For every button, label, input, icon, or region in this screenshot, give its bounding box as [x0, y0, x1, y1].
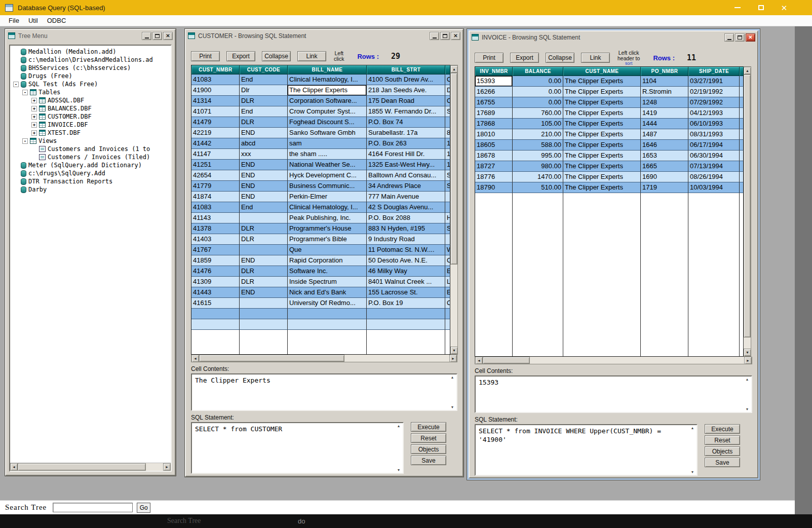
- grid-cell[interactable]: 18010: [475, 129, 513, 140]
- grid-cell[interactable]: Programmer's Bible: [288, 234, 367, 245]
- maximize-button[interactable]: [440, 32, 450, 40]
- grid-cell[interactable]: 1248: [641, 97, 688, 108]
- tree-item[interactable]: +CUSTOMER.DBF: [11, 112, 171, 121]
- grid-cell[interactable]: DLR: [240, 234, 288, 245]
- invoice-window-titlebar[interactable]: INVOICE - Browsing SQL Statement ✕: [470, 31, 757, 43]
- grid-cell[interactable]: [240, 245, 288, 255]
- grid-cell[interactable]: [445, 192, 450, 202]
- tree-item[interactable]: -Views: [11, 137, 171, 145]
- grid-cell[interactable]: C: [445, 298, 450, 309]
- close-button[interactable]: ✕: [451, 32, 460, 40]
- grid-cell[interactable]: [740, 87, 744, 97]
- grid-cell[interactable]: 41615: [191, 298, 240, 309]
- maximize-button[interactable]: [735, 33, 745, 42]
- grid-cell[interactable]: H: [445, 213, 450, 223]
- scroll-thumb[interactable]: [199, 355, 344, 362]
- grid-cell[interactable]: xxx: [240, 149, 288, 160]
- tree-item[interactable]: c:\drugs\SqlQuery.Add: [11, 169, 171, 177]
- grid-cell[interactable]: 0.00: [513, 76, 563, 87]
- grid-cell[interactable]: 41083: [191, 202, 240, 213]
- grid-cell[interactable]: 980.00: [513, 161, 563, 172]
- grid-cell[interactable]: 41767: [191, 245, 240, 255]
- tree-item[interactable]: Medallion (Medalion.add): [11, 48, 171, 56]
- grid-cell[interactable]: Business Communic...: [288, 181, 367, 192]
- grid-cell[interactable]: END: [240, 192, 288, 202]
- grid-cell[interactable]: The Clipper Experts: [563, 140, 641, 150]
- scroll-right-button[interactable]: ►: [744, 357, 752, 364]
- grid-cell[interactable]: The Clipper Experts: [563, 119, 641, 129]
- scroll-up-button[interactable]: ▲: [450, 65, 458, 73]
- tree-item[interactable]: +ADSSQL.DBF: [11, 96, 171, 104]
- column-header[interactable]: [445, 65, 450, 74]
- tree-item[interactable]: Meter (SqlQuery.add Dictionary): [11, 161, 171, 169]
- objects-button[interactable]: Objects: [411, 444, 446, 454]
- sql-statement-box[interactable]: SELECT * from INVOICE WHERE Upper(CUST_N…: [475, 424, 698, 476]
- grid-cell[interactable]: 41083: [191, 74, 240, 85]
- grid-cell[interactable]: 210.00: [513, 129, 563, 140]
- grid-cell[interactable]: DLR: [240, 223, 288, 234]
- scrollbar-track[interactable]: [199, 355, 449, 362]
- link-button[interactable]: Link: [297, 51, 326, 61]
- collapse-toggle-icon[interactable]: -: [22, 90, 28, 95]
- grid-cell[interactable]: END: [240, 160, 288, 170]
- execute-button[interactable]: Execute: [705, 424, 740, 434]
- grid-cell[interactable]: 07/29/1992: [688, 97, 740, 108]
- grid-cell[interactable]: W: [445, 245, 450, 255]
- grid-cell[interactable]: 02/19/1992: [688, 87, 740, 97]
- grid-cell[interactable]: 03/27/1991: [688, 76, 740, 87]
- grid-cell[interactable]: Hyck Development C...: [288, 170, 367, 181]
- grid-cell[interactable]: D: [445, 85, 450, 96]
- grid-cell[interactable]: Software Inc.: [288, 266, 367, 277]
- sql-statement-box[interactable]: SELECT * from CUSTOMER ▲▼: [191, 422, 404, 474]
- grid-cell[interactable]: 41251: [191, 160, 240, 170]
- grid-cell[interactable]: the sham .....: [288, 149, 367, 160]
- scroll-up-button[interactable]: ▲: [451, 375, 454, 379]
- grid-cell[interactable]: C: [445, 255, 450, 266]
- grid-cell[interactable]: 10/03/1994: [688, 182, 740, 193]
- grid-cell[interactable]: 1653: [641, 150, 688, 161]
- grid-cell[interactable]: 1104: [641, 76, 688, 87]
- menu-item-util[interactable]: Util: [24, 15, 43, 26]
- collapse-button[interactable]: Collapse: [262, 51, 291, 61]
- maximize-button[interactable]: [152, 32, 162, 40]
- grid-cell[interactable]: 08/31/1993: [688, 129, 740, 140]
- cell-contents-box[interactable]: 15393 ▲▼: [475, 375, 752, 413]
- grid-cell[interactable]: Surabellastr. 17a: [367, 128, 445, 138]
- scroll-down-button[interactable]: ▼: [691, 470, 694, 474]
- grid-cell[interactable]: sam: [288, 138, 367, 149]
- scroll-thumb[interactable]: [450, 73, 457, 265]
- scroll-down-button[interactable]: ▼: [746, 407, 749, 411]
- tree-item[interactable]: +INVOICE.DBF: [11, 121, 171, 129]
- column-header[interactable]: BALANCE: [513, 67, 563, 76]
- grid-cell[interactable]: 41403: [191, 234, 240, 245]
- grid-cell[interactable]: DLR: [240, 117, 288, 128]
- grid-cell[interactable]: 8: [445, 128, 450, 138]
- app-minimize-button[interactable]: [730, 2, 745, 13]
- scroll-up-button[interactable]: ▲: [397, 424, 401, 428]
- grid-cell[interactable]: [740, 140, 744, 150]
- scroll-down-button[interactable]: ▼: [397, 468, 401, 472]
- grid-cell[interactable]: The Clipper Experts: [563, 97, 641, 108]
- grid-cell[interactable]: National Weather Se...: [288, 160, 367, 170]
- grid-cell[interactable]: 42654: [191, 170, 240, 181]
- column-header[interactable]: PO_NMBR: [641, 67, 688, 76]
- grid-cell[interactable]: 9 Industry Road: [367, 234, 445, 245]
- tree-horizontal-scrollbar[interactable]: ◄ ►: [10, 463, 171, 471]
- grid-cell[interactable]: 41147: [191, 149, 240, 160]
- grid-cell[interactable]: [445, 117, 450, 128]
- grid-cell[interactable]: The Clipper Experts: [563, 182, 641, 193]
- grid-cell[interactable]: 18727: [475, 161, 513, 172]
- grid-cell[interactable]: 41476: [191, 266, 240, 277]
- grid-cell[interactable]: Sanko Software Gmbh: [288, 128, 367, 138]
- search-tree-input[interactable]: [53, 503, 133, 512]
- grid-cell[interactable]: 42219: [191, 128, 240, 138]
- collapse-toggle-icon[interactable]: -: [13, 82, 19, 87]
- execute-button[interactable]: Execute: [411, 422, 446, 432]
- grid-cell[interactable]: 41859: [191, 255, 240, 266]
- collapse-button[interactable]: Collapse: [546, 53, 574, 63]
- grid-cell[interactable]: 06/10/1993: [688, 119, 740, 129]
- grid-cell[interactable]: [740, 150, 744, 161]
- column-header[interactable]: CUST_NAME: [563, 67, 641, 76]
- expand-toggle-icon[interactable]: +: [31, 130, 37, 136]
- grid-cell[interactable]: END: [240, 181, 288, 192]
